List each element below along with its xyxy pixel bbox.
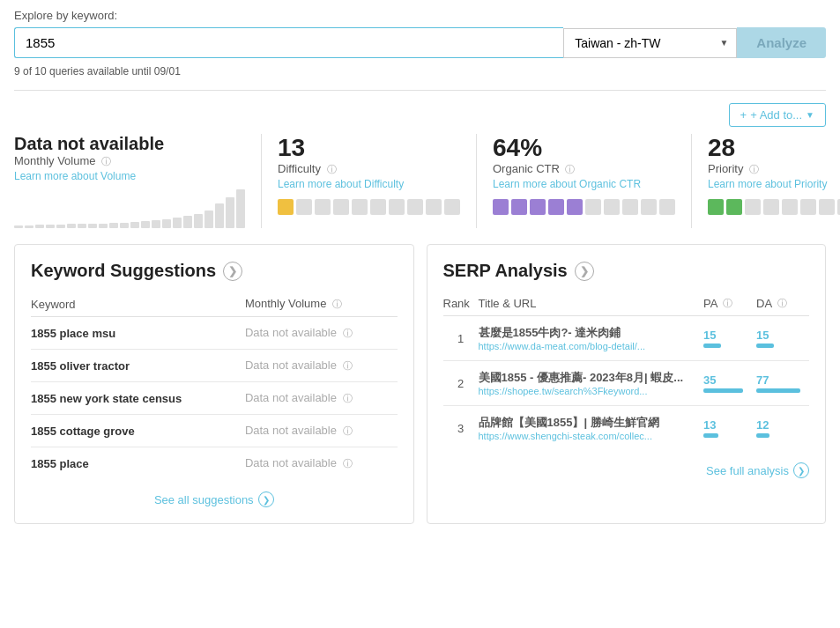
pa-bar (703, 433, 718, 438)
da-header-info[interactable]: ⓘ (777, 297, 787, 310)
rank-col-header: Rank (443, 293, 479, 316)
table-row: 1855 place msu Data not available ⓘ (31, 317, 398, 350)
keyword-cell: 1855 oliver tractor (31, 359, 130, 373)
analyze-button[interactable]: Analyze (737, 27, 826, 58)
row-info-icon[interactable]: ⓘ (343, 458, 353, 469)
volume-bar (88, 224, 97, 228)
serp-url[interactable]: https://shopee.tw/search%3Fkeyword... (479, 386, 704, 396)
pa-value: 15 (703, 329, 756, 342)
da-value: 15 (756, 329, 809, 342)
keyword-cell: 1855 new york state census (31, 392, 182, 405)
volume-bar (109, 223, 118, 228)
difficulty-value: 13 (278, 134, 460, 162)
keyword-suggestions-panel: Keyword Suggestions ❯ Keyword Monthly Vo… (14, 244, 414, 524)
see-all-chevron-icon: ❯ (258, 491, 274, 507)
da-value: 12 (756, 418, 809, 432)
volume-bar (130, 222, 139, 228)
priority-segment (782, 199, 798, 215)
difficulty-info-icon[interactable]: ⓘ (327, 164, 337, 174)
row-info-icon[interactable]: ⓘ (343, 328, 353, 338)
plus-icon: + (740, 108, 747, 122)
volume-bar (204, 211, 213, 228)
ctr-label: Organic CTR ⓘ (493, 162, 675, 176)
pa-value: 13 (703, 418, 756, 432)
serp-analysis-icon[interactable]: ❯ (575, 262, 594, 281)
keyword-cell: 1855 place (31, 457, 89, 470)
difficulty-segment (407, 199, 423, 215)
ctr-segment (622, 199, 638, 215)
region-wrapper: Taiwan - zh-TW United States - en-US Uni… (563, 27, 737, 58)
difficulty-segment (426, 199, 442, 215)
volume-bar-chart (14, 189, 245, 228)
table-row: 1 甚麼是1855牛肉?- 達米肉鋪 https://www.da-meat.c… (443, 316, 810, 361)
da-bar (756, 433, 769, 438)
difficulty-link[interactable]: Learn more about Difficulty (278, 178, 460, 190)
ctr-segment (641, 199, 657, 215)
serp-url[interactable]: https://www.shengchi-steak.com/collec... (479, 431, 704, 441)
priority-value: 28 (708, 134, 840, 162)
search-row: Taiwan - zh-TW United States - en-US Uni… (14, 27, 826, 58)
ctr-info-icon[interactable]: ⓘ (565, 164, 575, 174)
pa-header-info[interactable]: ⓘ (723, 297, 732, 310)
volume-bar (236, 189, 245, 228)
difficulty-segment (333, 199, 349, 215)
serp-url[interactable]: https://www.da-meat.com/blog-detail/... (479, 341, 704, 351)
row-info-icon[interactable]: ⓘ (343, 425, 353, 436)
monthly-volume-cell: Data not available (245, 391, 337, 404)
volume-bar (35, 225, 44, 228)
priority-info-icon[interactable]: ⓘ (749, 164, 759, 174)
see-all-suggestions-link[interactable]: See all suggestions ❯ (31, 491, 398, 507)
volume-bar (78, 224, 86, 228)
pa-bar (703, 388, 743, 393)
volume-link[interactable]: Learn more about Volume (14, 170, 245, 182)
add-to-row: + + Add to... ▼ (14, 103, 826, 127)
priority-bar (708, 199, 840, 215)
keyword-input[interactable] (14, 27, 563, 58)
da-value: 77 (756, 373, 809, 387)
ctr-segment (548, 199, 564, 215)
region-select[interactable]: Taiwan - zh-TW United States - en-US Uni… (563, 28, 737, 58)
priority-segment (745, 199, 761, 215)
ctr-bar (493, 199, 675, 215)
add-to-button[interactable]: + + Add to... ▼ (729, 103, 826, 127)
monthly-volume-header-info[interactable]: ⓘ (332, 299, 342, 309)
see-full-analysis-link[interactable]: See full analysis ❯ (443, 462, 810, 478)
difficulty-segment (389, 199, 405, 215)
volume-bar (67, 224, 76, 228)
see-full-chevron-icon: ❯ (793, 462, 809, 478)
divider (14, 90, 826, 91)
difficulty-segment (278, 199, 294, 215)
keyword-suggestions-table: Keyword Monthly Volume ⓘ 1855 place msu … (31, 293, 398, 479)
difficulty-label: Difficulty ⓘ (278, 162, 460, 176)
da-cell: 15 (756, 316, 809, 361)
ctr-segment (585, 199, 601, 215)
priority-segment (708, 199, 724, 215)
row-info-icon[interactable]: ⓘ (343, 360, 353, 371)
difficulty-segment (296, 199, 312, 215)
table-row: 1855 oliver tractor Data not available ⓘ (31, 350, 398, 382)
ctr-link[interactable]: Learn more about Organic CTR (493, 178, 675, 190)
keyword-cell: 1855 cottage grove (31, 425, 135, 438)
rank-cell: 3 (443, 406, 479, 451)
title-url-col-header: Title & URL (479, 293, 704, 316)
keyword-suggestions-icon[interactable]: ❯ (223, 262, 242, 281)
ctr-segment (567, 199, 583, 215)
volume-bar (173, 218, 182, 228)
kw-col-header: Keyword (31, 293, 245, 317)
row-info-icon[interactable]: ⓘ (343, 393, 353, 403)
da-cell: 12 (756, 406, 809, 451)
priority-link[interactable]: Learn more about Priority (708, 178, 840, 190)
explore-label: Explore by keyword: (14, 9, 826, 22)
ctr-segment (659, 199, 675, 215)
title-url-cell: 甚麼是1855牛肉?- 達米肉鋪 https://www.da-meat.com… (479, 316, 704, 361)
volume-bar (215, 203, 224, 228)
volume-bar (120, 223, 129, 228)
panels-row: Keyword Suggestions ❯ Keyword Monthly Vo… (14, 244, 826, 524)
da-cell: 77 (756, 361, 809, 406)
volume-info-icon[interactable]: ⓘ (101, 156, 111, 166)
add-to-label: + Add to... (750, 108, 802, 122)
priority-segment (763, 199, 779, 215)
metric-ctr: 64% Organic CTR ⓘ Learn more about Organ… (476, 134, 691, 228)
volume-value: Data not available (14, 134, 245, 154)
serp-title: 品牌館【美國1855】| 勝崎生鮮官網 (479, 415, 704, 431)
